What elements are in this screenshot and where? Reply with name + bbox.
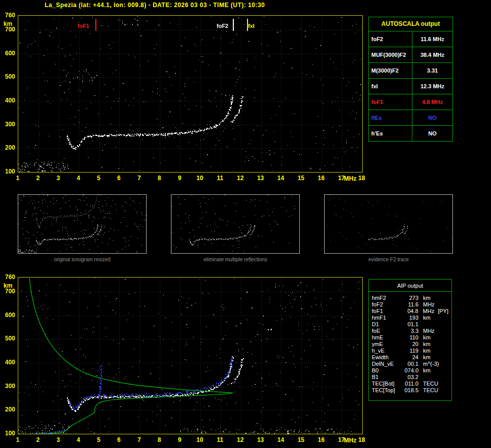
autoscala-row-fxi: fxI12.3 MHz [369, 79, 452, 94]
autoscala-row-value: 3.31 [412, 63, 452, 78]
aip-row-unit: km [423, 367, 431, 374]
aip-row-value: 193 [400, 315, 418, 321]
autoscala-row-value: NO [412, 126, 452, 141]
top-ionogram-canvas [18, 16, 362, 172]
aip-row-value: 011.0 [400, 381, 418, 387]
autoscala-row-label: ftEs [369, 110, 412, 125]
x-tick-label: 1 [12, 436, 23, 443]
aip-row-yme: ymE20km [369, 341, 451, 348]
y-tick-label: 500 [2, 335, 15, 342]
aip-row-b1: B103.2 [369, 374, 451, 381]
x-tick-label: 6 [113, 175, 124, 182]
x-tick-label: 7 [133, 436, 145, 443]
aip-row-unit: km [423, 334, 431, 341]
aip-row-label: TEC[Bot] [372, 381, 400, 387]
bottom-ionogram-panel [18, 277, 363, 434]
x-tick-label: 9 [174, 436, 185, 443]
x-tick-label: 18 [356, 175, 367, 182]
aip-row-value: 11.6 [400, 301, 418, 308]
y-tick-label: 760 [2, 12, 15, 19]
aip-row-hve: h_vE119km [369, 348, 451, 354]
aip-row-value: 20 [400, 341, 418, 348]
aip-row-unit: TECU [423, 387, 438, 394]
aip-row-delnve: DelN_vE00.1m^(-3) [369, 361, 451, 367]
aip-table-rows: hmF2273kmfoF211.6MHzfoF104.8MHz[PY]hmF11… [369, 292, 451, 394]
aip-row-label: ymE [372, 341, 400, 348]
x-tick-label: 3 [53, 175, 64, 182]
x-tick-label: 7 [133, 175, 145, 182]
autoscala-row-muf3000f2: MUF(3000)F238.4 MHz [369, 47, 452, 63]
aip-row-tecbot: TEC[Bot]011.0TECU [369, 381, 451, 387]
aip-row-b0: B0074.0km [369, 367, 451, 374]
autoscala-row-label: M(3000)F2 [369, 63, 412, 78]
thumbnail-caption-eliminate: eliminate multiple reflections [171, 257, 300, 262]
fof1-marker-label: foF1 [78, 23, 89, 29]
x-tick-label: 5 [93, 175, 104, 182]
aip-row-label: DelN_vE [372, 361, 400, 367]
aip-row-unit: TECU [423, 381, 438, 387]
aip-row-label: B1 [372, 374, 400, 381]
y-tick-label: 600 [2, 312, 15, 319]
aip-row-unit: km [423, 348, 431, 354]
aip-row-hmf1: hmF1193km [369, 315, 451, 321]
autoscala-row-value: 12.3 MHz [412, 79, 452, 94]
aip-row-label: foF2 [372, 301, 400, 308]
x-tick-label: 10 [194, 175, 205, 182]
bottom-ionogram-canvas [18, 278, 362, 434]
y-tick-label: 500 [2, 73, 15, 80]
aip-row-value: 018.5 [400, 387, 418, 394]
x-tick-label: 12 [235, 175, 246, 182]
x-tick-label: 1 [12, 175, 23, 182]
autoscala-row-value: NO [412, 110, 452, 125]
x-tick-label: 14 [275, 175, 286, 182]
thumbnail-eliminate-canvas [171, 195, 299, 253]
autoscala-row-hes: h'EsNO [369, 126, 452, 141]
fof2-marker-label: foF2 [217, 23, 228, 29]
aip-row-value: 00.1 [400, 361, 418, 367]
aip-row-fof2: foF211.6MHz [369, 301, 451, 308]
autoscala-row-fof1: foF14.8 MHz [369, 94, 452, 110]
aip-row-unit: km [423, 315, 431, 321]
autoscala-row-label: foF1 [369, 94, 412, 110]
aip-row-unit: km [423, 295, 431, 301]
x-tick-label: 11 [215, 436, 226, 443]
autoscala-row-label: MUF(3000)F2 [369, 47, 412, 62]
y-tick-label: 200 [2, 406, 15, 413]
aip-row-hmf2: hmF2273km [369, 295, 451, 301]
aip-row-d1: D101.1 [369, 321, 451, 328]
aip-row-unit: MHz [423, 308, 435, 315]
autoscala-row-m3000f2: M(3000)F23.31 [369, 63, 452, 79]
aip-row-label: foE [372, 328, 400, 334]
x-tick-label: 5 [93, 436, 104, 443]
aip-row-hme: hmE110km [369, 334, 451, 341]
thumbnail-original-ionogram [18, 194, 147, 254]
aip-row-unit: km [423, 341, 431, 348]
aip-row-value: 119 [400, 348, 418, 354]
aip-row-label: h_vE [372, 348, 400, 354]
aip-output-table: AIP output hmF2273kmfoF211.6MHzfoF104.8M… [368, 279, 452, 401]
thumbnail-original-canvas [18, 195, 146, 253]
y-tick-label: 200 [2, 144, 15, 151]
top-ionogram-panel [18, 15, 363, 173]
thumbnail-f2-canvas [325, 195, 452, 253]
y-tick-label: 400 [2, 97, 15, 104]
x-tick-label: 9 [174, 175, 185, 182]
x-tick-label: 12 [235, 436, 246, 443]
aip-row-unit: MHz [423, 328, 435, 334]
x-tick-label: 17 [336, 436, 347, 443]
autoscala-row-value: 11.6 MHz [412, 31, 452, 47]
aip-row-value: 01.1 [400, 321, 418, 328]
aip-row-fof1: foF104.8MHz[PY] [369, 308, 451, 315]
aip-row-value: 273 [400, 295, 418, 301]
autoscala-row-fof2: foF211.6 MHz [369, 31, 452, 47]
aip-row-tectop: TEC[Top]018.5TECU [369, 387, 451, 394]
aip-row-value: 3.3 [400, 328, 418, 334]
y-tick-label: 760 [2, 273, 15, 281]
page-title: La_Spezia (lat: +44.1, lon: 009.8) - DAT… [45, 2, 265, 9]
x-tick-label: 8 [154, 436, 165, 443]
aip-row-value: 04.8 [400, 308, 418, 315]
x-tick-label: 8 [154, 175, 165, 182]
y-tick-label: 300 [2, 383, 15, 390]
aip-row-label: hmE [372, 334, 400, 341]
autoscala-row-value: 4.8 MHz [412, 94, 452, 110]
